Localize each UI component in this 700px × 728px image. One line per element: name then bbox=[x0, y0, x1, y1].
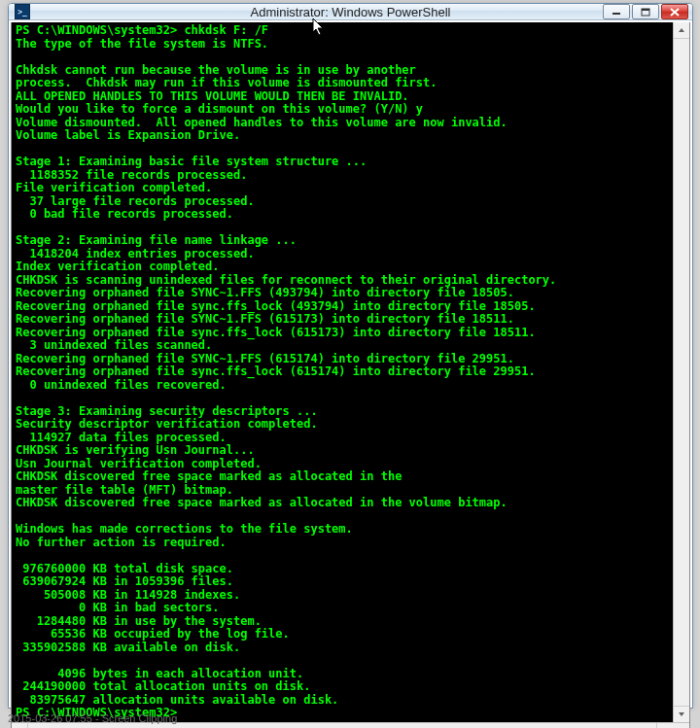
titlebar[interactable]: >_ Administrator: Windows PowerShell bbox=[9, 4, 692, 20]
powershell-icon: >_ bbox=[15, 4, 30, 19]
chevron-up-icon bbox=[678, 27, 685, 33]
terminal-viewport[interactable]: PS C:\WINDOWS\system32> chkdsk F: /F The… bbox=[12, 22, 689, 722]
chevron-down-icon bbox=[678, 711, 685, 717]
close-icon bbox=[670, 8, 680, 17]
maximize-button[interactable] bbox=[632, 4, 659, 19]
minimize-button[interactable] bbox=[603, 4, 630, 19]
scroll-up-button[interactable] bbox=[674, 22, 689, 39]
scroll-down-button[interactable] bbox=[674, 706, 689, 722]
client-area: PS C:\WINDOWS\system32> chkdsk F: /F The… bbox=[11, 22, 690, 728]
window-buttons bbox=[603, 4, 692, 19]
powershell-window: >_ Administrator: Windows PowerShell PS … bbox=[8, 3, 693, 709]
minimize-icon bbox=[612, 8, 621, 16]
vertical-scroll-track[interactable] bbox=[674, 39, 689, 706]
maximize-icon bbox=[641, 8, 650, 17]
scrollbar-corner bbox=[673, 723, 689, 729]
terminal-output: PS C:\WINDOWS\system32> chkdsk F: /F The… bbox=[12, 22, 689, 722]
vertical-scrollbar[interactable] bbox=[673, 22, 689, 722]
window-title: Administrator: Windows PowerShell bbox=[9, 5, 692, 19]
screenshot-caption: 2015-03-26 07:55 - Screen Clipping bbox=[8, 712, 177, 724]
scroll-right-button[interactable] bbox=[656, 723, 673, 729]
close-button[interactable] bbox=[661, 4, 688, 19]
